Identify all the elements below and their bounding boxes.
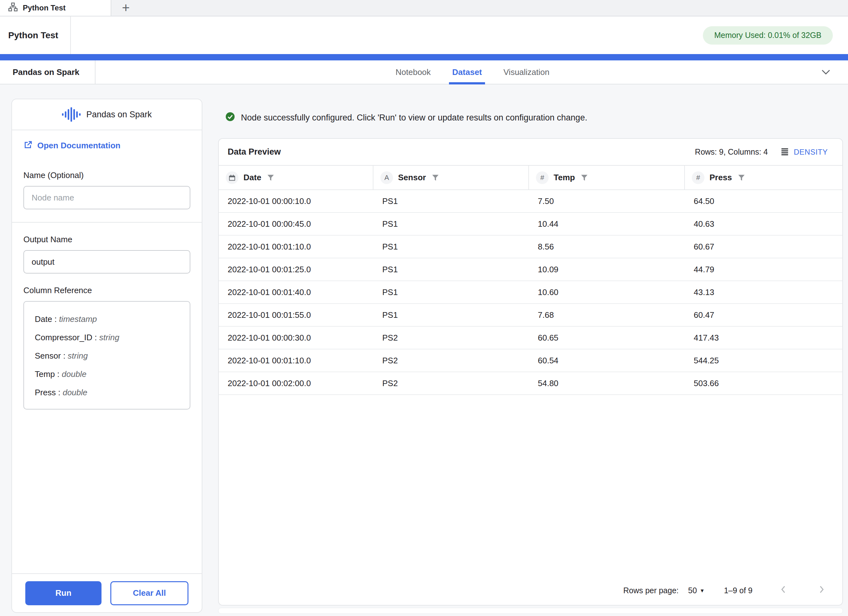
column-separator: : xyxy=(63,351,65,361)
plus-icon: + xyxy=(122,0,130,15)
table-row: 2022-10-01 00:01:40.0 PS1 10.60 43.13 xyxy=(219,281,842,304)
collapse-panel-button[interactable] xyxy=(818,65,833,80)
cell-press: 64.50 xyxy=(685,196,842,206)
column-header-press: # Press xyxy=(685,166,842,189)
sitemap-icon xyxy=(8,2,18,13)
filter-button[interactable] xyxy=(266,173,275,182)
accent-bar xyxy=(0,54,848,60)
table-row: 2022-10-01 00:01:10.0 PS1 8.56 60.67 xyxy=(219,236,842,258)
run-button[interactable]: Run xyxy=(25,581,101,605)
title-divider xyxy=(70,16,71,54)
cell-date: 2022-10-01 00:00:45.0 xyxy=(219,219,374,229)
table-header-row: Date A Sensor # Temp # xyxy=(219,166,842,190)
open-documentation-label: Open Documentation xyxy=(37,141,120,150)
cell-sensor: PS2 xyxy=(374,333,529,343)
cell-temp: 7.68 xyxy=(529,310,685,320)
filter-button[interactable] xyxy=(737,173,746,182)
column-header-label: Temp xyxy=(554,173,575,183)
table-row: 2022-10-01 00:01:10.0 PS2 60.54 544.25 xyxy=(219,349,842,372)
column-name: Sensor xyxy=(35,351,61,361)
horizontal-scrollbar[interactable] xyxy=(218,608,843,614)
column-name: Press xyxy=(35,388,56,397)
caret-down-icon: ▾ xyxy=(701,587,704,594)
column-header-label: Date xyxy=(243,173,261,183)
cell-sensor: PS2 xyxy=(374,379,529,388)
rows-per-page-value: 50 xyxy=(688,586,697,595)
clear-all-button[interactable]: Clear All xyxy=(110,581,188,605)
status-message: Node successfully configured. Click 'Run… xyxy=(241,113,587,123)
cell-press: 60.47 xyxy=(685,310,842,320)
cell-date: 2022-10-01 00:01:40.0 xyxy=(219,288,374,297)
column-type: string xyxy=(99,332,120,342)
cell-temp: 10.09 xyxy=(529,265,685,275)
new-tab-button[interactable]: + xyxy=(116,0,135,16)
node-name-input[interactable] xyxy=(24,186,190,209)
column-header-temp: # Temp xyxy=(529,166,685,189)
column-name: Temp xyxy=(35,370,55,379)
column-type: timestamp xyxy=(59,314,97,324)
cell-press: 40.63 xyxy=(685,219,842,229)
cell-date: 2022-10-01 00:00:30.0 xyxy=(219,333,374,343)
cell-temp: 10.44 xyxy=(529,219,685,229)
app-window: Python Test + Python Test Memory Used: 0… xyxy=(0,0,848,616)
chevron-left-icon xyxy=(778,584,789,597)
cell-sensor: PS1 xyxy=(374,310,529,320)
table-row: 2022-10-01 00:01:55.0 PS1 7.68 60.47 xyxy=(219,304,842,327)
cell-date: 2022-10-01 00:01:10.0 xyxy=(219,242,374,252)
cell-date: 2022-10-01 00:01:10.0 xyxy=(219,356,374,365)
section-divider xyxy=(12,222,202,223)
filter-button[interactable] xyxy=(431,173,440,182)
cell-sensor: PS1 xyxy=(374,265,529,275)
next-page-button[interactable] xyxy=(814,583,829,597)
previous-page-button[interactable] xyxy=(777,583,790,597)
cell-temp: 60.65 xyxy=(529,333,685,343)
column-reference-item: Date : timestamp xyxy=(35,314,190,324)
workspace-tab-label: Python Test xyxy=(23,3,66,12)
tab-dataset[interactable]: Dataset xyxy=(452,60,482,84)
node-config-panel: Pandas on Spark Open Documentation Name … xyxy=(11,99,202,613)
cell-temp: 8.56 xyxy=(529,242,685,252)
column-name: Date xyxy=(35,314,52,324)
data-preview-card: Data Preview Rows: 9, Columns: 4 DENSITY xyxy=(218,138,843,606)
calendar-icon xyxy=(226,171,239,184)
chevron-right-icon xyxy=(816,584,827,597)
table-row: 2022-10-01 00:00:45.0 PS1 10.44 40.63 xyxy=(219,213,842,236)
node-type-title: Pandas on Spark xyxy=(86,110,152,120)
cell-date: 2022-10-01 00:00:10.0 xyxy=(219,196,374,206)
node-config-header: Pandas on Spark xyxy=(12,99,202,130)
chevron-down-icon xyxy=(820,65,832,79)
rows-per-page-select[interactable]: 50 ▾ xyxy=(688,586,704,595)
node-config-body: Open Documentation Name (Optional) Outpu… xyxy=(12,140,202,410)
column-separator: : xyxy=(57,370,59,379)
title-bar: Python Test Memory Used: 0.01% of 32GB xyxy=(0,16,848,54)
column-header-label: Press xyxy=(710,173,732,183)
column-type: string xyxy=(68,351,88,361)
density-toggle-button[interactable]: DENSITY xyxy=(780,147,828,157)
output-name-label: Output Name xyxy=(24,235,190,245)
column-reference-item: Temp : double xyxy=(35,370,190,379)
open-documentation-link[interactable]: Open Documentation xyxy=(24,140,120,151)
density-label: DENSITY xyxy=(794,148,828,157)
tab-visualization[interactable]: Visualization xyxy=(503,60,550,84)
view-tabs: Notebook Dataset Visualization xyxy=(396,60,550,84)
cell-sensor: PS2 xyxy=(374,356,529,365)
workspace-tab[interactable]: Python Test xyxy=(0,0,111,16)
column-separator: : xyxy=(58,388,61,397)
density-icon xyxy=(780,147,789,157)
cell-press: 417.43 xyxy=(685,333,842,343)
data-preview-title: Data Preview xyxy=(228,147,281,157)
output-name-input[interactable] xyxy=(24,250,190,273)
node-breadcrumb: Pandas on Spark xyxy=(0,60,95,84)
column-name: Compressor_ID xyxy=(35,332,92,342)
column-reference-item: Sensor : string xyxy=(35,351,190,361)
column-separator: : xyxy=(95,332,97,342)
name-field-label: Name (Optional) xyxy=(24,171,190,180)
cell-sensor: PS1 xyxy=(374,288,529,297)
cell-press: 60.67 xyxy=(685,242,842,252)
tab-notebook[interactable]: Notebook xyxy=(396,60,431,84)
data-preview-header: Data Preview Rows: 9, Columns: 4 DENSITY xyxy=(219,139,842,166)
external-link-icon xyxy=(24,140,33,151)
column-type: double xyxy=(62,388,87,397)
cell-temp: 60.54 xyxy=(529,356,685,365)
filter-button[interactable] xyxy=(580,173,589,182)
